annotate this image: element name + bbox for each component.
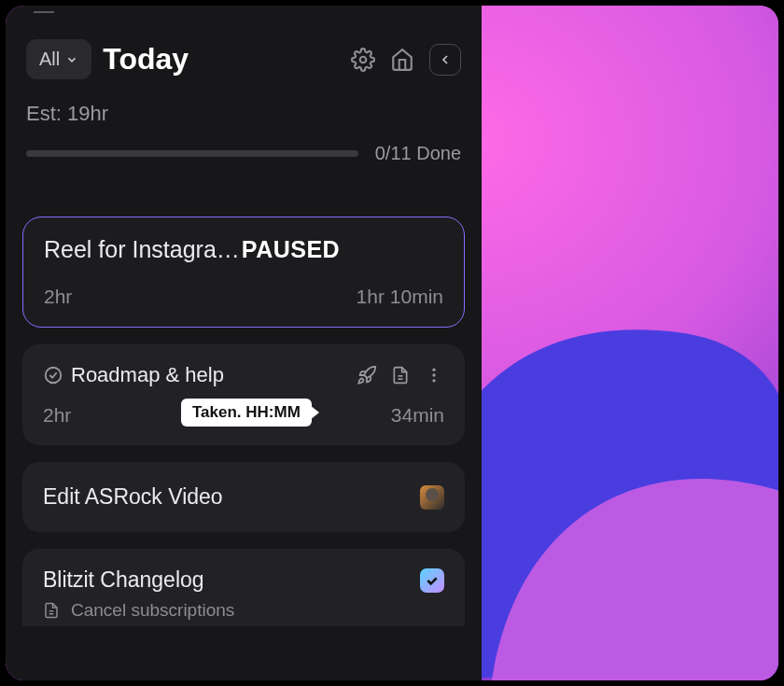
svg-point-6 bbox=[432, 373, 435, 376]
svg-point-2 bbox=[46, 368, 62, 384]
stats-row: Est: 19hr 0/11 Done bbox=[6, 89, 482, 170]
svg-point-7 bbox=[432, 379, 435, 382]
filter-dropdown[interactable]: All bbox=[26, 39, 91, 79]
elapsed-tooltip: Taken. HH:MM bbox=[181, 399, 312, 427]
home-button[interactable] bbox=[390, 48, 414, 72]
progress-bar bbox=[26, 150, 358, 157]
rocket-icon bbox=[357, 365, 377, 385]
subtask-title: Cancel subscriptions bbox=[71, 600, 234, 621]
chevron-left-icon bbox=[438, 52, 453, 67]
subtask-row[interactable]: Cancel subscriptions bbox=[43, 600, 444, 621]
task-title: Blitzit Changelog bbox=[43, 567, 204, 593]
check-circle-icon[interactable] bbox=[43, 365, 63, 385]
check-icon bbox=[425, 573, 440, 588]
task-state-paused: PAUSED bbox=[242, 236, 340, 263]
task-list: Reel for Instagra… PAUSED 2hr 1hr 10min … bbox=[6, 170, 482, 626]
task-estimate: 2hr bbox=[43, 404, 71, 427]
done-count: 0/11 Done bbox=[375, 143, 461, 164]
gear-icon bbox=[351, 48, 375, 72]
task-card[interactable]: Roadmap & help 2hr Taken. HH:MM 34min bbox=[22, 344, 465, 445]
settings-button[interactable] bbox=[351, 48, 375, 72]
more-button[interactable] bbox=[424, 365, 444, 385]
task-title: Reel for Instagra… bbox=[44, 236, 240, 263]
estimate-label: Est: 19hr bbox=[26, 102, 461, 126]
task-title: Roadmap & help bbox=[71, 363, 349, 387]
more-vertical-icon bbox=[425, 366, 443, 385]
file-icon bbox=[43, 602, 60, 619]
collapse-button[interactable] bbox=[429, 44, 461, 76]
task-card[interactable]: Blitzit Changelog Cancel subscriptions bbox=[22, 549, 465, 626]
today-panel: All Today Est: 19hr 0/11 Done Reel for bbox=[6, 6, 482, 680]
home-icon bbox=[390, 48, 414, 72]
notes-button[interactable] bbox=[390, 365, 411, 385]
file-icon bbox=[391, 366, 410, 385]
task-card[interactable]: Edit ASRock Video bbox=[22, 462, 465, 532]
task-elapsed: 34min bbox=[391, 404, 444, 427]
svg-point-5 bbox=[432, 369, 435, 371]
header: All Today bbox=[6, 19, 482, 89]
svg-point-1 bbox=[360, 56, 367, 63]
page-title: Today bbox=[103, 42, 340, 77]
assignee-avatar[interactable] bbox=[420, 485, 444, 510]
window-drag-handle[interactable] bbox=[6, 6, 482, 19]
task-card-active[interactable]: Reel for Instagra… PAUSED 2hr 1hr 10min bbox=[22, 217, 465, 328]
chevron-down-icon bbox=[65, 53, 78, 66]
task-estimate: 2hr bbox=[44, 286, 72, 308]
launch-button[interactable] bbox=[357, 365, 377, 385]
task-title: Edit ASRock Video bbox=[43, 484, 223, 510]
task-elapsed: 1hr 10min bbox=[357, 286, 443, 308]
filter-label: All bbox=[39, 49, 60, 70]
done-checkbox[interactable] bbox=[420, 568, 444, 593]
